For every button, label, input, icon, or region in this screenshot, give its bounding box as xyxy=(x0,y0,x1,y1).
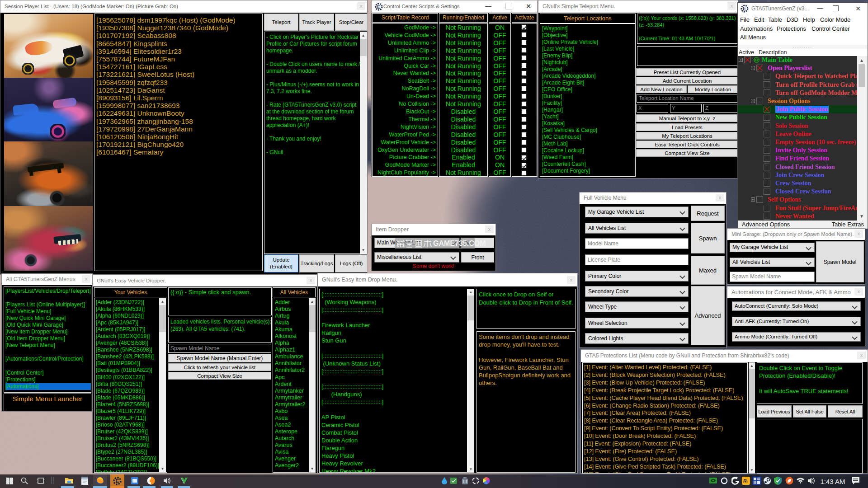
svg-text:E: E xyxy=(377,4,380,9)
svg-text:E: E xyxy=(743,6,746,11)
svg-text:E: E xyxy=(115,478,119,484)
svg-text:*: * xyxy=(746,481,748,484)
